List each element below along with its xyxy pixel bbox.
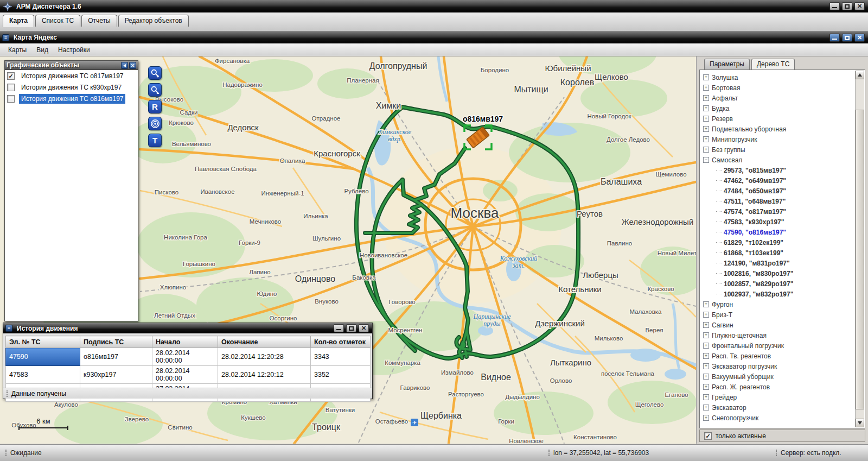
- map-maximize-icon[interactable]: [842, 34, 852, 42]
- tree-node[interactable]: 1002937, "м832ро197": [703, 289, 865, 299]
- expand-node-icon[interactable]: +: [703, 332, 709, 338]
- table-row[interactable]: 47583к930хр19728.02.2014 00:00:0028.02.2…: [6, 366, 371, 384]
- scroll-up-icon[interactable]: [856, 71, 864, 79]
- tree-node[interactable]: 61829, "т102ек199": [703, 237, 865, 248]
- history-maximize-icon[interactable]: [346, 324, 356, 332]
- tree-node[interactable]: +Плужно-щеточная: [703, 330, 865, 340]
- tree-node[interactable]: 124190, "м831ро197": [703, 258, 865, 268]
- tree-node[interactable]: 47462, "о649мв197": [703, 175, 865, 186]
- expand-node-icon[interactable]: +: [703, 353, 709, 359]
- expand-node-icon[interactable]: +: [703, 74, 709, 80]
- tree-node[interactable]: +Золушка: [703, 72, 865, 83]
- expand-node-icon[interactable]: +: [703, 405, 709, 411]
- tree-node[interactable]: +Минипогрузчик: [703, 134, 865, 144]
- tree-node[interactable]: +Подметально уборочная: [703, 124, 865, 134]
- tab-Список ТС[interactable]: Список ТС: [35, 15, 80, 27]
- table-cell[interactable]: 47583: [6, 366, 80, 384]
- history-close-icon[interactable]: ✕: [359, 324, 369, 332]
- collapse-node-icon[interactable]: −: [703, 157, 709, 163]
- tree-node[interactable]: +Экскаватор: [703, 402, 865, 413]
- graphic-object-item[interactable]: История движения ТС о816мв197: [5, 93, 138, 104]
- table-cell[interactable]: 3343: [311, 348, 371, 366]
- tree-node[interactable]: +Расп. Ж. реагентов: [703, 382, 865, 392]
- expand-node-icon[interactable]: +: [703, 394, 709, 400]
- zoom-in-icon[interactable]: [148, 66, 162, 80]
- tree-node[interactable]: 47583, "к930хр197": [703, 217, 865, 227]
- minimize-icon[interactable]: [829, 2, 840, 10]
- tree-tab-Параметры[interactable]: Параметры: [704, 59, 750, 70]
- table-row[interactable]: 47590о816мв19728.02.2014 00:00:0028.02.2…: [6, 348, 371, 366]
- tree-node[interactable]: +Сагвин: [703, 320, 865, 330]
- collapse-panel-icon[interactable]: [121, 62, 128, 69]
- table-cell[interactable]: 28.02.2014 12:20:12: [218, 366, 311, 384]
- tree-node[interactable]: +Будка: [703, 103, 865, 113]
- tree-node[interactable]: +Снегопогрузчик: [703, 413, 865, 423]
- expand-node-icon[interactable]: +: [703, 415, 709, 421]
- tab-Карта[interactable]: Карта: [3, 15, 34, 27]
- item-checkbox[interactable]: [7, 84, 15, 91]
- tree-node[interactable]: −Самосвал: [703, 155, 865, 165]
- tree-node[interactable]: +Без группы: [703, 144, 865, 155]
- expand-node-icon[interactable]: +: [703, 343, 709, 349]
- tree-node[interactable]: 29573, "о815мв197": [703, 165, 865, 175]
- expand-node-icon[interactable]: +: [703, 147, 709, 153]
- tree-scrollbar[interactable]: [855, 71, 864, 427]
- tree-node[interactable]: +Резерв: [703, 113, 865, 124]
- history-minimize-icon[interactable]: [334, 324, 344, 332]
- tree-node[interactable]: 1002816, "м830ро197": [703, 268, 865, 279]
- expand-node-icon[interactable]: +: [703, 363, 709, 369]
- tree-node[interactable]: +Асфальт: [703, 93, 865, 103]
- graphic-object-item[interactable]: История движения ТС к930хр197: [5, 81, 138, 93]
- vehicle-tree[interactable]: +Золушка+Бортовая+Асфальт+Будка+Резерв+П…: [699, 70, 865, 428]
- scroll-down-icon[interactable]: [856, 419, 864, 427]
- table-cell[interactable]: 28.02.2014 12:20:28: [218, 348, 311, 366]
- history-titlebar[interactable]: ≡ История движения ✕: [3, 323, 372, 333]
- scroll-thumb[interactable]: [856, 110, 864, 409]
- tree-node[interactable]: +Фронтальный погрузчик: [703, 340, 865, 351]
- tree-node[interactable]: +Бортовая: [703, 83, 865, 93]
- route-icon[interactable]: R: [148, 100, 162, 113]
- zoom-out-icon[interactable]: [148, 83, 162, 97]
- column-header[interactable]: Кол-во отметок: [311, 336, 371, 348]
- item-checkbox[interactable]: ✓: [7, 72, 15, 80]
- tree-node[interactable]: 47484, "о650мв197": [703, 186, 865, 196]
- menu-Настройки[interactable]: Настройки: [53, 45, 95, 55]
- main-titlebar[interactable]: АРМ Диспетчера 1.6 ✕: [0, 0, 868, 12]
- expand-node-icon[interactable]: +: [703, 312, 709, 318]
- close-icon[interactable]: ✕: [854, 2, 865, 10]
- map-close-icon[interactable]: ✕: [854, 34, 865, 42]
- expand-node-icon[interactable]: +: [703, 322, 709, 328]
- table-cell[interactable]: 47590: [6, 348, 80, 366]
- target-icon[interactable]: [148, 117, 162, 130]
- menu-Вид[interactable]: Вид: [31, 45, 53, 55]
- tree-node[interactable]: +Расп. Тв. реагентов: [703, 351, 865, 361]
- tab-Редактор объектов[interactable]: Редактор объектов: [118, 15, 189, 27]
- graphic-objects-header[interactable]: Графические объекты ✕: [5, 61, 138, 70]
- tree-node[interactable]: 1002857, "м829ро197": [703, 279, 865, 289]
- item-checkbox[interactable]: [7, 95, 15, 103]
- expand-node-icon[interactable]: +: [703, 116, 709, 122]
- expand-node-icon[interactable]: +: [703, 374, 709, 380]
- text-icon[interactable]: T: [148, 134, 162, 147]
- expand-node-icon[interactable]: +: [703, 85, 709, 91]
- column-header[interactable]: Начало: [152, 336, 218, 348]
- tree-node[interactable]: 47511, "о648мв197": [703, 196, 865, 206]
- expand-node-icon[interactable]: +: [703, 301, 709, 307]
- tab-Отчеты[interactable]: Отчеты: [81, 15, 117, 27]
- column-header[interactable]: Эл. № ТС: [6, 336, 80, 348]
- tree-node[interactable]: 47574, "о817мв197": [703, 206, 865, 217]
- table-cell[interactable]: 3352: [311, 366, 371, 384]
- tree-node[interactable]: 47590, "о816мв197": [703, 227, 865, 237]
- column-header[interactable]: Подпись ТС: [80, 336, 152, 348]
- table-cell[interactable]: о816мв197: [80, 348, 152, 366]
- expand-node-icon[interactable]: +: [703, 136, 709, 142]
- menu-Карты[interactable]: Карты: [3, 45, 31, 55]
- column-header[interactable]: Окончание: [218, 336, 311, 348]
- only-active-checkbox[interactable]: ✓: [704, 432, 712, 440]
- expand-node-icon[interactable]: +: [703, 384, 709, 390]
- map-minimize-icon[interactable]: [829, 34, 840, 42]
- tree-node[interactable]: +Бриз-Т: [703, 310, 865, 320]
- maximize-icon[interactable]: [842, 2, 852, 10]
- tree-node[interactable]: 61868, "т103ек199": [703, 248, 865, 258]
- graphic-object-item[interactable]: ✓История движения ТС о817мв197: [5, 70, 138, 81]
